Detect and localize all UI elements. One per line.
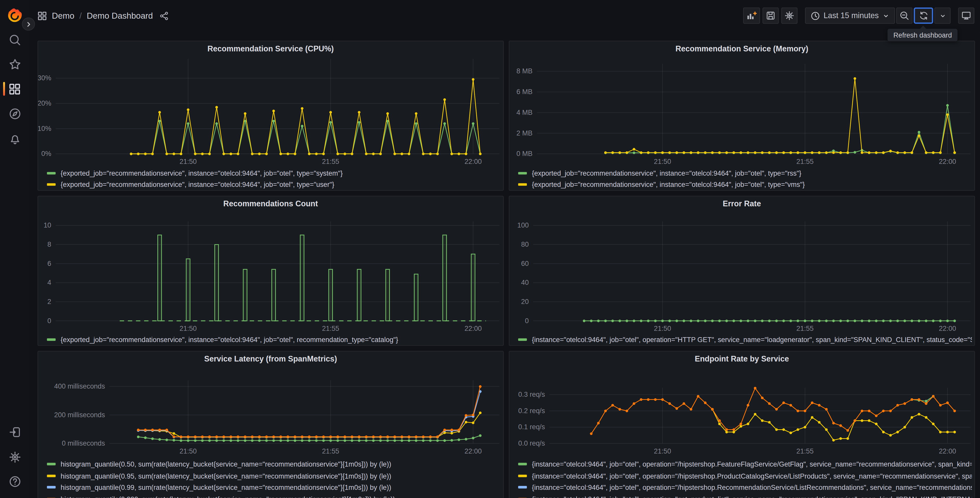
breadcrumb-folder[interactable]: Demo (52, 11, 74, 21)
time-range-picker[interactable]: Last 15 minutes (805, 7, 895, 24)
legend-item[interactable]: histogram_quantile(0.999, sum(rate(laten… (47, 493, 501, 498)
help-icon (8, 475, 21, 488)
breadcrumb-dashboard[interactable]: Demo Dashboard (87, 11, 153, 21)
y-tick-label: 0.2 req/s (519, 407, 545, 415)
sidebar-item-configuration[interactable] (0, 447, 29, 468)
legend-label: histogram_quantile(0.50, sum(rate(latenc… (60, 460, 391, 468)
legend-swatch (47, 183, 56, 186)
y-tick-label: 10% (38, 125, 51, 132)
bar (243, 270, 247, 321)
legend-label: {instance="otelcol:9464", job="otel", op… (532, 484, 972, 491)
bar (471, 254, 475, 321)
add-panel-icon (746, 11, 757, 21)
latency-legend: histogram_quantile(0.50, sum(rate(latenc… (47, 458, 501, 498)
y-tick-label: 40 (521, 279, 529, 286)
save-dashboard-button[interactable] (762, 7, 779, 24)
latency-chart-canvas[interactable]: 0 milliseconds200 milliseconds400 millis… (38, 351, 503, 458)
x-tick-label: 22:00 (465, 158, 482, 165)
zoom-out-icon (899, 11, 909, 21)
series-line (912, 396, 933, 401)
refresh-interval-dropdown[interactable] (934, 7, 951, 24)
sidebar-item-explore[interactable] (0, 103, 29, 124)
y-tick-label: 200 milliseconds (54, 411, 105, 419)
sign-in-icon (8, 426, 21, 439)
x-tick-label: 21:55 (796, 447, 813, 455)
panel-recommendation-memory: Recommendation Service (Memory) 0 MB2 MB… (509, 41, 975, 191)
sidebar-item-starred[interactable] (0, 54, 29, 75)
sidebar-item-sign-in[interactable] (0, 421, 29, 443)
series-line (138, 386, 480, 437)
legend-swatch (47, 172, 56, 175)
clock-icon (810, 11, 820, 21)
bar (300, 235, 304, 321)
legend-item[interactable]: {instance="otelcol:9464", job="otel", op… (518, 493, 972, 498)
refresh-dashboard-button[interactable] (914, 7, 933, 24)
x-tick-label: 22:00 (465, 447, 482, 455)
legend-item[interactable]: histogram_quantile(0.95, sum(rate(latenc… (47, 470, 501, 481)
legend-item[interactable]: histogram_quantile(0.50, sum(rate(latenc… (47, 458, 501, 470)
legend-item[interactable]: {exported_job="recommendationservice", i… (47, 168, 501, 179)
add-panel-button[interactable] (743, 7, 760, 24)
sidebar-item-search[interactable] (0, 29, 29, 51)
breadcrumb: Demo / Demo Dashboard (38, 0, 169, 31)
y-tick-label: 0% (41, 150, 51, 158)
y-tick-label: 8 MB (517, 67, 533, 75)
count-legend: {exported_job="recommendationservice", i… (47, 334, 501, 345)
monitor-icon (961, 11, 971, 21)
legend-item[interactable]: {exported_job="recommendationservice", i… (518, 168, 972, 179)
legend-item[interactable]: {exported_job="recommendationservice", i… (518, 179, 972, 190)
legend-item[interactable]: {instance="otelcol:9464", job="otel", op… (518, 458, 972, 470)
legend-item[interactable]: {instance="otelcol:9464", job="otel", op… (518, 470, 972, 481)
legend-swatch (47, 474, 56, 477)
sidebar-item-help[interactable] (0, 471, 29, 492)
panel-recommendation-cpu: Recommendation Service (CPU%) 0%10%20%30… (38, 41, 504, 191)
x-tick-label: 22:00 (939, 447, 956, 455)
top-nav: Demo / Demo Dashboard (29, 0, 980, 31)
legend-label: {exported_job="recommendationservice", i… (532, 181, 805, 188)
chevron-down-icon (939, 12, 946, 19)
panel-endpoint-rate: Endpoint Rate by Service 0.0 req/s0.1 re… (509, 351, 975, 498)
y-tick-label: 400 milliseconds (54, 383, 105, 390)
x-tick-label: 21:55 (796, 158, 813, 165)
x-tick-label: 22:00 (465, 325, 482, 332)
share-dashboard-button[interactable] (159, 11, 169, 21)
y-tick-label: 20% (38, 99, 51, 107)
save-icon (765, 11, 775, 21)
expand-sidebar-button[interactable] (22, 18, 35, 30)
grafana-flame-icon (6, 7, 23, 24)
breadcrumb-separator: / (80, 11, 82, 21)
zoom-out-time-button[interactable] (896, 7, 913, 24)
x-tick-label: 21:50 (180, 158, 197, 165)
legend-label: {instance="otelcol:9464", job="otel", op… (532, 336, 972, 343)
legend-item[interactable]: {instance="otelcol:9464", job="otel", op… (518, 482, 972, 493)
bar (386, 270, 390, 321)
bar (443, 235, 447, 321)
time-range-label: Last 15 minutes (824, 11, 879, 20)
bell-icon (8, 132, 21, 145)
kiosk-mode-button[interactable] (958, 7, 974, 24)
y-tick-label: 2 (48, 298, 51, 305)
legend-swatch (518, 338, 527, 341)
legend-item[interactable]: {instance="otelcol:9464", job="otel", op… (518, 334, 972, 345)
sidebar-item-dashboards[interactable] (0, 78, 29, 99)
sidebar-item-alerting[interactable] (0, 128, 29, 150)
error-rate-chart-canvas[interactable]: 02040608010021:5021:5522:00 (509, 196, 974, 346)
y-tick-label: 0.1 req/s (519, 423, 545, 431)
y-tick-label: 10 (44, 221, 51, 229)
count-chart-canvas[interactable]: 024681021:5021:5522:00 (38, 196, 503, 346)
dashboard-settings-button[interactable] (781, 7, 797, 24)
legend-item[interactable]: histogram_quantile(0.99, sum(rate(latenc… (47, 482, 501, 493)
legend-swatch (47, 463, 56, 466)
x-tick-label: 21:55 (796, 325, 813, 332)
legend-label: histogram_quantile(0.999, sum(rate(laten… (60, 495, 395, 498)
y-tick-label: 0 milliseconds (62, 439, 105, 447)
x-tick-label: 21:50 (654, 447, 671, 455)
panel-error-rate: Error Rate 02040608010021:5021:5522:00 {… (509, 196, 975, 346)
legend-label: histogram_quantile(0.99, sum(rate(latenc… (60, 484, 391, 491)
legend-swatch (518, 463, 527, 466)
legend-item[interactable]: {exported_job="recommendationservice", i… (47, 179, 501, 190)
x-tick-label: 21:55 (322, 158, 339, 165)
legend-item[interactable]: {exported_job="recommendationservice", i… (47, 334, 501, 345)
search-icon (8, 34, 21, 46)
endpoint-rate-chart-canvas[interactable]: 0.0 req/s0.1 req/s0.2 req/s0.3 req/s21:5… (509, 351, 974, 458)
